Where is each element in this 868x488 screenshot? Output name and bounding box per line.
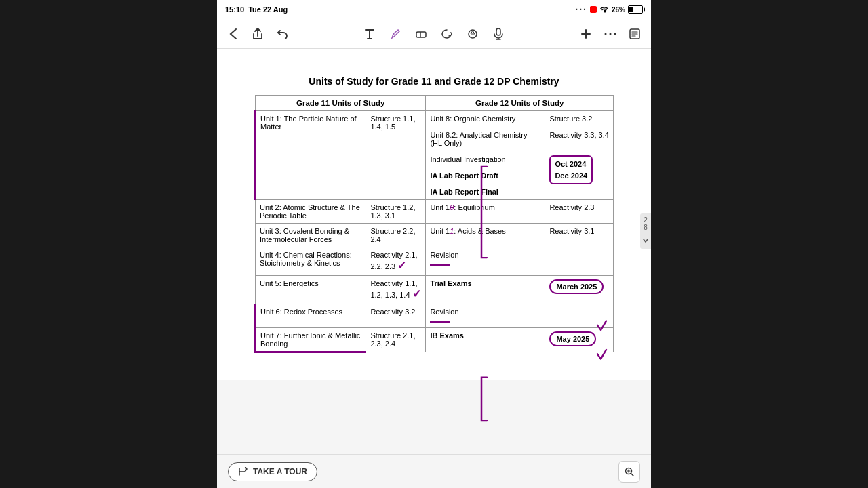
may-2025-circle: May 2025 bbox=[549, 331, 596, 346]
toolbar-left bbox=[224, 24, 292, 43]
content-area[interactable]: Units of Study for Grade 11 and Grade 12… bbox=[217, 49, 651, 380]
g12-revision-1-code bbox=[545, 247, 614, 276]
oct-dec-annotation: Oct 2024Dec 2024 bbox=[549, 155, 593, 184]
status-left: 15:10 Tue 22 Aug bbox=[225, 5, 288, 14]
eraser-tool[interactable] bbox=[412, 24, 431, 43]
content-wrapper: Units of Study for Grade 11 and Grade 12… bbox=[217, 49, 651, 454]
battery-red-indicator bbox=[590, 6, 597, 13]
g11-code-3: Structure 2.2, 2.4 bbox=[366, 224, 426, 247]
svg-rect-0 bbox=[416, 32, 426, 37]
g11-unit-2: Unit 2: Atomic Structure & The Periodic … bbox=[256, 200, 366, 224]
page-numbers: 2 8 bbox=[640, 214, 651, 249]
page-content: Units of Study for Grade 11 and Grade 12… bbox=[234, 62, 634, 367]
battery-percent: 26% bbox=[612, 6, 625, 14]
zoom-button[interactable] bbox=[618, 461, 640, 483]
g12-code-10: Reactivity 2.3 bbox=[545, 200, 614, 224]
status-bar: 15:10 Tue 22 Aug ··· 26% bbox=[217, 0, 651, 19]
g12-revision-1: Revision bbox=[426, 247, 545, 276]
g11-code-7: Structure 2.1, 2.3, 2.4 bbox=[366, 328, 426, 352]
share-button[interactable] bbox=[248, 24, 267, 43]
g11-unit-1: Unit 1: The Particle Nature of Matter bbox=[256, 111, 366, 200]
bottom-bar: TAKE A TOUR bbox=[217, 454, 651, 488]
g12-unit-8: Unit 8: Organic Chemistry Unit 8.2: Anal… bbox=[426, 111, 545, 200]
g12-ib-date: May 2025 bbox=[545, 328, 614, 352]
date: Tue 22 Aug bbox=[248, 5, 288, 14]
table-row: Unit 4: Chemical Reactions: Stoichiometr… bbox=[256, 247, 614, 276]
table-row: Unit 7: Further Ionic & Metallic Bonding… bbox=[256, 328, 614, 352]
battery-fill bbox=[629, 7, 633, 12]
g11-unit-6: Unit 6: Redox Processes bbox=[256, 304, 366, 328]
g12-revision-2: Revision bbox=[426, 304, 545, 328]
table-row: Unit 1: The Particle Nature of Matter St… bbox=[256, 111, 614, 200]
add-button[interactable] bbox=[576, 24, 595, 43]
three-dots-status: ··· bbox=[575, 4, 587, 15]
back-button[interactable] bbox=[224, 24, 243, 43]
g11-code-4: Reactivity 2.1, 2.2, 2.3 ✓ bbox=[366, 247, 426, 276]
battery-icon bbox=[628, 5, 643, 14]
toolbar-center bbox=[360, 24, 508, 43]
g11-code-1: Structure 1.1, 1.4, 1.5 bbox=[366, 111, 426, 200]
g12-code-8: Structure 3.2 Reactivity 3.3, 3.4 Oct 20… bbox=[545, 111, 614, 200]
page-title: Units of Study for Grade 11 and Grade 12… bbox=[254, 76, 614, 87]
svg-point-4 bbox=[610, 33, 612, 35]
table-row: Unit 2: Atomic Structure & The Periodic … bbox=[256, 200, 614, 224]
g12-revision-2-code bbox=[545, 304, 614, 328]
g11-code-2: Structure 1.2, 1.3, 3.1 bbox=[366, 200, 426, 224]
page-num-2: 8 bbox=[644, 224, 648, 231]
take-tour-label: TAKE A TOUR bbox=[253, 467, 307, 476]
march-2025-circle: March 2025 bbox=[549, 279, 604, 294]
g11-unit-3: Unit 3: Covalent Bonding & Intermolecula… bbox=[256, 224, 366, 247]
pages-button[interactable] bbox=[625, 24, 644, 43]
svg-point-5 bbox=[614, 33, 616, 35]
pen-tool[interactable] bbox=[386, 24, 405, 43]
grade11-header: Grade 11 Units of Study bbox=[256, 96, 426, 111]
undo-button[interactable] bbox=[273, 24, 292, 43]
g12-trial-date: March 2025 bbox=[545, 276, 614, 304]
toolbar bbox=[217, 19, 651, 49]
table-row: Unit 6: Redox Processes Reactivity 3.2 R… bbox=[256, 304, 614, 328]
grade12-header: Grade 12 Units of Study bbox=[426, 96, 614, 111]
lasso-tool[interactable] bbox=[437, 24, 456, 43]
g12-trial-exams: Trial Exams bbox=[426, 276, 545, 304]
table-row: Unit 3: Covalent Bonding & Intermolecula… bbox=[256, 224, 614, 247]
tour-icon bbox=[238, 467, 249, 476]
device-frame: 15:10 Tue 22 Aug ··· 26% bbox=[217, 0, 651, 488]
mic-tool[interactable] bbox=[489, 24, 508, 43]
g11-unit-7: Unit 7: Further Ionic & Metallic Bonding bbox=[256, 328, 366, 352]
checkmark-5: ✓ bbox=[412, 288, 421, 300]
page-num-1: 2 bbox=[644, 216, 648, 224]
g11-unit-4: Unit 4: Chemical Reactions: Stoichiometr… bbox=[256, 247, 366, 276]
g11-code-5: Reactivity 1.1, 1.2, 1.3, 1.4 ✓ bbox=[366, 276, 426, 304]
more-button[interactable] bbox=[601, 24, 620, 43]
time: 15:10 bbox=[225, 5, 244, 14]
svg-rect-2 bbox=[496, 28, 500, 35]
shapes-tool[interactable] bbox=[463, 24, 482, 43]
g11-unit-5: Unit 5: Energetics bbox=[256, 276, 366, 304]
study-table: Grade 11 Units of Study Grade 12 Units o… bbox=[254, 95, 614, 353]
g12-unit-11: Unit 11: Acids & Bases bbox=[426, 224, 545, 247]
table-row: Unit 5: Energetics Reactivity 1.1, 1.2, … bbox=[256, 276, 614, 304]
svg-point-3 bbox=[605, 33, 607, 35]
g12-ib-exams: IB Exams bbox=[426, 328, 545, 352]
text-tool[interactable] bbox=[360, 24, 379, 43]
wifi-icon bbox=[599, 5, 609, 14]
checkmark-4: ✓ bbox=[397, 260, 406, 271]
g12-unit-10: Unit 10: Equilibrium bbox=[426, 200, 545, 224]
scroll-down-icon[interactable] bbox=[642, 234, 649, 246]
take-tour-button[interactable]: TAKE A TOUR bbox=[228, 462, 317, 481]
status-right: ··· 26% bbox=[575, 4, 643, 15]
toolbar-right bbox=[576, 24, 644, 43]
g12-code-11: Reactivity 3.1 bbox=[545, 224, 614, 247]
g11-code-6: Reactivity 3.2 bbox=[366, 304, 426, 328]
